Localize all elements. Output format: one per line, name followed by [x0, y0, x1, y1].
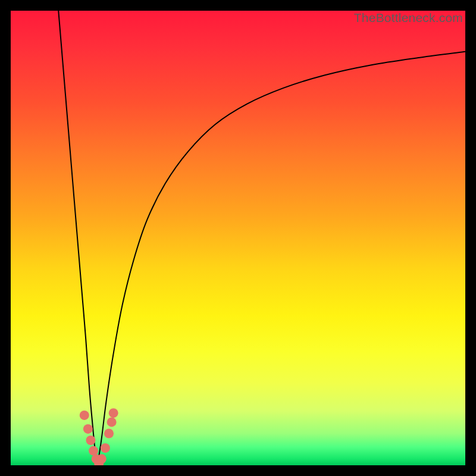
valley-marker-group [80, 408, 118, 465]
valley-marker [83, 424, 93, 434]
curve-right-branch [98, 52, 465, 465]
plot-area: TheBottleneck.com [11, 11, 465, 465]
chart-svg [11, 11, 465, 465]
valley-marker [80, 411, 89, 420]
valley-marker [104, 429, 114, 439]
valley-marker [97, 454, 107, 464]
valley-marker [107, 417, 117, 427]
valley-marker [101, 443, 110, 453]
chart-frame: TheBottleneck.com [0, 0, 476, 476]
watermark-text: TheBottleneck.com [354, 11, 463, 25]
valley-marker [109, 408, 118, 418]
valley-marker [86, 436, 95, 445]
curve-left-branch [58, 11, 98, 465]
valley-marker [89, 446, 98, 456]
